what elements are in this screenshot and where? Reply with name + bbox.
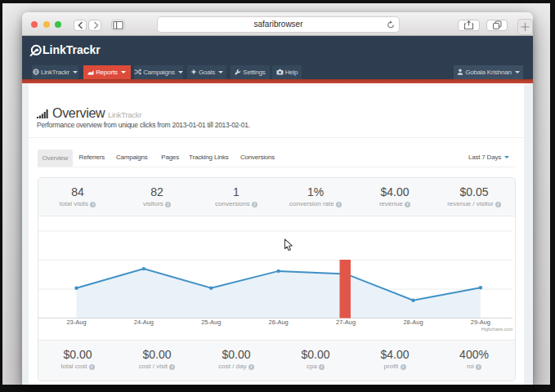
svg-text:26-Aug: 26-Aug [268, 318, 288, 326]
svg-text:25-Aug: 25-Aug [201, 318, 221, 326]
svg-text:23-Aug: 23-Aug [66, 318, 86, 326]
svg-text:24-Aug: 24-Aug [133, 318, 153, 326]
svg-text:29-Aug: 29-Aug [470, 318, 490, 326]
svg-text:27-Aug: 27-Aug [336, 318, 356, 326]
svg-text:28-Aug: 28-Aug [403, 318, 423, 326]
svg-text:Highcharts.com: Highcharts.com [481, 326, 512, 331]
